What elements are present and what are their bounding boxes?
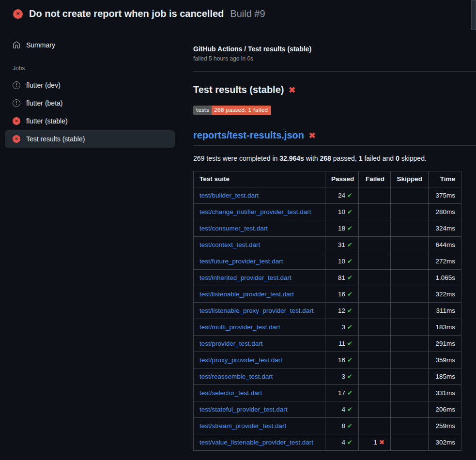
passed-cell: 31 ✔ [325,237,359,253]
cross-icon: ✖ [379,438,384,446]
suite-link[interactable]: test/context_test.dart [200,241,260,248]
check-icon: ✔ [347,356,353,364]
suite-cell: test/provider_test.dart [194,336,325,352]
sidebar-item-label: flutter (stable) [26,117,68,125]
table-row: test/consumer_test.dart18 ✔324ms [194,220,461,237]
skipped-cell [391,253,429,270]
suite-cell: test/inherited_provider_test.dart [194,270,325,286]
time-cell: 311ms [429,303,461,319]
suite-link[interactable]: test/inherited_provider_test.dart [200,274,292,281]
passed-cell: 4 ✔ [325,434,359,451]
time-cell: 1.065s [429,270,461,286]
check-icon: ✔ [347,389,353,397]
failure-x-icon: ✖ [308,130,316,140]
table-row: test/listenable_proxy_provider_test.dart… [194,303,461,319]
sidebar-item-label: Test results (stable) [26,135,85,143]
skipped-cell [391,434,429,451]
breadcrumb: GitHub Actions / Test results (stable) [193,45,476,53]
check-run-title: Test results (stable) ✖ [193,84,476,95]
suite-link[interactable]: test/value_listenable_provider_test.dart [200,439,313,446]
table-row: test/builder_test.dart24 ✔375ms [194,187,461,204]
time-cell: 291ms [429,336,461,352]
passed-cell: 17 ✔ [325,385,359,401]
table-row: test/value_listenable_provider_test.dart… [194,434,461,451]
passed-cell: 12 ✔ [325,303,359,319]
skipped-cell [391,319,429,336]
check-run-title-text: Test results (stable) [193,84,284,95]
suite-link[interactable]: test/listenable_provider_test.dart [200,291,294,298]
check-icon: ✔ [347,422,353,429]
suite-link[interactable]: test/reassemble_test.dart [200,373,273,380]
passed-cell: 3 ✔ [325,368,359,385]
table-row: test/provider_test.dart11 ✔291ms [194,336,461,352]
summary-text: with [304,154,320,162]
scrollbar-thumb[interactable] [471,0,476,30]
failed-cell [359,368,391,385]
time-cell: 280ms [429,204,461,220]
jobs-heading: Jobs [5,54,175,77]
build-title: Do not create report when job is cancell… [29,8,224,19]
check-icon: ✔ [347,208,353,215]
sidebar-item-summary[interactable]: Summary [5,36,175,54]
check-icon: ✔ [347,224,353,232]
suite-link[interactable]: test/stateful_provider_test.dart [200,406,288,413]
failed-cell [359,385,391,401]
suite-link[interactable]: test/change_notifier_provider_test.dart [200,208,311,215]
suite-link[interactable]: test/multi_provider_test.dart [200,323,280,331]
summary-line: 269 tests were completed in 32.964s with… [193,154,476,162]
suite-link[interactable]: test/consumer_test.dart [200,225,268,232]
skipped-cell [391,237,429,253]
suite-link[interactable]: test/stream_provider_test.dart [200,422,286,429]
time-cell: 302ms [429,434,461,451]
col-header-skipped: Skipped [391,171,429,187]
failure-status-icon: ✕ [13,135,20,143]
passed-cell: 24 ✔ [325,187,359,204]
passed-cell: 81 ✔ [325,270,359,286]
suite-cell: test/consumer_test.dart [194,220,325,237]
sidebar-item-flutter-dev[interactable]: ! flutter (dev) [5,77,175,94]
table-row: test/future_provider_test.dart10 ✔272ms [194,253,461,270]
skipped-cell [391,220,429,237]
col-header-time: Time [429,171,461,187]
suite-cell: test/value_listenable_provider_test.dart [194,434,325,451]
sidebar-item-flutter-beta[interactable]: ! flutter (beta) [5,94,175,112]
passed-cell: 18 ✔ [325,220,359,237]
suite-link[interactable]: test/provider_test.dart [200,340,263,347]
time-cell: 185ms [429,368,461,385]
check-icon: ✔ [347,191,353,199]
skipped-cell [391,303,429,319]
passed-cell: 16 ✔ [325,286,359,303]
failed-cell [359,286,391,303]
sidebar-item-flutter-stable[interactable]: ✕ flutter (stable) [5,112,175,130]
suite-link[interactable]: test/future_provider_test.dart [200,258,283,265]
passed-cell: 11 ✔ [325,336,359,352]
suite-cell: test/future_provider_test.dart [194,253,325,270]
col-header-passed: Passed [325,171,359,187]
passed-cell: 10 ✔ [325,253,359,270]
skipped-cell [391,286,429,303]
summary-skipped: 0 [396,154,399,162]
check-icon: ✔ [347,257,353,265]
skipped-cell [391,368,429,385]
sidebar: Summary Jobs ! flutter (dev) ! flutter (… [0,28,180,148]
failed-cell: 1 ✖ [359,434,391,451]
failed-cell [359,204,391,220]
failed-cell [359,270,391,286]
suite-cell: test/multi_provider_test.dart [194,319,325,336]
sidebar-item-label: flutter (beta) [26,99,62,107]
table-row: test/selector_test.dart17 ✔331ms [194,385,461,401]
sidebar-item-test-results-stable[interactable]: ✕ Test results (stable) [5,130,175,148]
suite-link[interactable]: test/listenable_proxy_provider_test.dart [200,307,314,314]
suite-cell: test/stateful_provider_test.dart [194,401,325,418]
suite-link[interactable]: test/proxy_provider_test.dart [200,356,282,364]
report-link[interactable]: reports/test-results.json [193,130,304,141]
time-cell: 324ms [429,220,461,237]
skipped-cell [391,336,429,352]
table-header-row: Test suite Passed Failed Skipped Time [194,171,461,187]
check-icon: ✔ [347,290,353,298]
home-icon [13,41,20,49]
suite-link[interactable]: test/builder_test.dart [200,192,259,199]
tests-badge: tests 268 passed, 1 failed [193,106,271,115]
suite-link[interactable]: test/selector_test.dart [200,389,262,397]
skipped-cell [391,418,429,434]
